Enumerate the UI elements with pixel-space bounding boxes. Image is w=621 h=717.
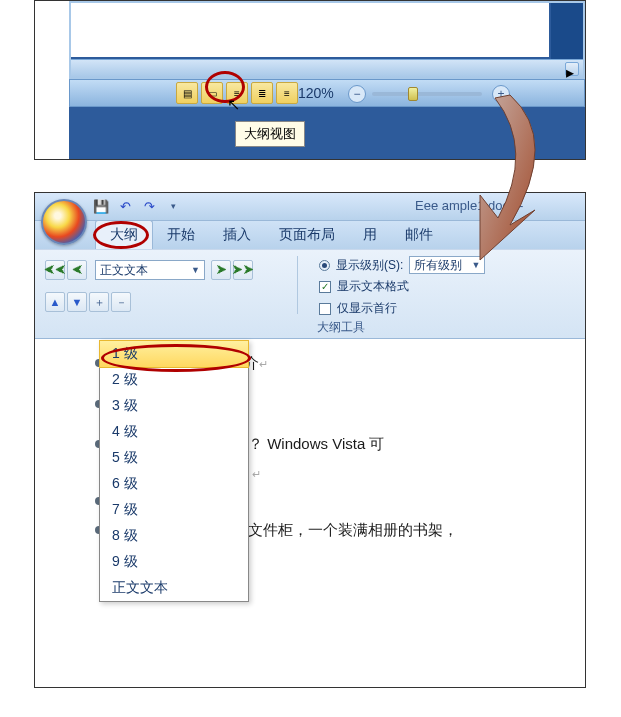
move-down-button[interactable]: ▼ bbox=[67, 292, 87, 312]
promote-to-heading1-button[interactable]: ⮜⮜ bbox=[45, 260, 65, 280]
promote-button[interactable]: ⮜ bbox=[67, 260, 87, 280]
redo-icon[interactable]: ↷ bbox=[141, 198, 157, 214]
quick-access-toolbar: 💾 ↶ ↷ ▾ bbox=[93, 198, 181, 214]
ribbon-group-label: 大纲工具 bbox=[317, 319, 365, 336]
print-layout-view-button[interactable]: ▤ bbox=[176, 82, 198, 104]
tab-references[interactable]: 用 bbox=[349, 221, 391, 249]
first-line-only-row[interactable]: 仅显示首行 bbox=[319, 300, 397, 317]
dropdown-item-level-4[interactable]: 4 级 bbox=[100, 419, 248, 445]
show-level-label: 显示级别(S): bbox=[336, 257, 403, 274]
move-up-button[interactable]: ▲ bbox=[45, 292, 65, 312]
move-expand-buttons: ▲ ▼ ＋ － bbox=[45, 292, 131, 312]
document-page-corner bbox=[71, 3, 551, 59]
dropdown-item-level-6[interactable]: 6 级 bbox=[100, 471, 248, 497]
annotation-circle-outline-tab bbox=[93, 221, 149, 249]
undo-icon[interactable]: ↶ bbox=[117, 198, 133, 214]
tab-home[interactable]: 开始 bbox=[153, 221, 209, 249]
collapse-button[interactable]: － bbox=[111, 292, 131, 312]
dropdown-item-level-9[interactable]: 9 级 bbox=[100, 549, 248, 575]
show-formatting-checkbox[interactable]: ✓ bbox=[319, 281, 331, 293]
zoom-out-button[interactable]: − bbox=[348, 85, 366, 103]
group-separator bbox=[297, 256, 298, 314]
show-formatting-label: 显示文本格式 bbox=[337, 278, 409, 295]
first-line-only-label: 仅显示首行 bbox=[337, 300, 397, 317]
scroll-right-icon[interactable]: ▸ bbox=[565, 62, 579, 76]
zoom-level-label[interactable]: 120% bbox=[298, 85, 334, 101]
show-level-radio-icon bbox=[319, 260, 330, 271]
annotation-circle-level1 bbox=[101, 344, 251, 372]
first-line-only-checkbox[interactable] bbox=[319, 303, 331, 315]
annotation-arrow bbox=[400, 90, 580, 270]
show-formatting-row[interactable]: ✓ 显示文本格式 bbox=[319, 278, 409, 295]
tab-insert[interactable]: 插入 bbox=[209, 221, 265, 249]
demote-button[interactable]: ⮞ bbox=[211, 260, 231, 280]
draft-view-button[interactable]: ≡ bbox=[276, 82, 298, 104]
outline-level-value: 正文文本 bbox=[100, 262, 148, 279]
expand-button[interactable]: ＋ bbox=[89, 292, 109, 312]
qat-customize-icon[interactable]: ▾ bbox=[165, 198, 181, 214]
cursor-icon: ↖ bbox=[227, 95, 240, 114]
demote-to-body-button[interactable]: ⮞⮞ bbox=[233, 260, 253, 280]
chevron-down-icon: ▼ bbox=[191, 265, 200, 275]
dropdown-item-level-7[interactable]: 7 级 bbox=[100, 497, 248, 523]
promote-buttons: ⮜⮜ ⮜ bbox=[45, 260, 87, 280]
office-button[interactable] bbox=[41, 199, 87, 245]
outline-level-dropdown: 1 级 2 级 3 级 4 级 5 级 6 级 7 级 8 级 9 级 正文文本 bbox=[99, 340, 249, 602]
demote-buttons: ⮞ ⮞⮞ bbox=[211, 260, 253, 280]
dropdown-item-level-5[interactable]: 5 级 bbox=[100, 445, 248, 471]
document-window-fragment: ▸ bbox=[69, 1, 585, 79]
outline-view-button[interactable]: ≣ bbox=[251, 82, 273, 104]
dropdown-item-level-8[interactable]: 8 级 bbox=[100, 523, 248, 549]
horizontal-scrollbar[interactable]: ▸ bbox=[71, 59, 583, 77]
save-icon[interactable]: 💾 bbox=[93, 198, 109, 214]
outline-level-combo[interactable]: 正文文本 ▼ bbox=[95, 260, 205, 280]
dropdown-item-body-text[interactable]: 正文文本 bbox=[100, 575, 248, 601]
tooltip-outline-view: 大纲视图 bbox=[235, 121, 305, 147]
tab-page-layout[interactable]: 页面布局 bbox=[265, 221, 349, 249]
dropdown-item-level-3[interactable]: 3 级 bbox=[100, 393, 248, 419]
